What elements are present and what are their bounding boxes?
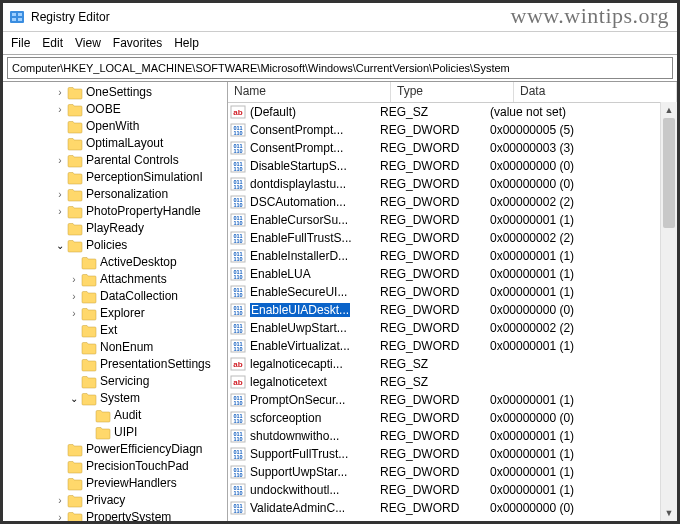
menu-help[interactable]: Help: [174, 36, 199, 50]
tree-item[interactable]: ›Personalization: [5, 186, 227, 203]
tree-toggle-icon[interactable]: ⌄: [67, 390, 81, 407]
tree-item[interactable]: NonEnum: [5, 339, 227, 356]
scrollbar-thumb[interactable]: [663, 118, 675, 228]
column-header-name[interactable]: Name: [228, 82, 391, 102]
menu-edit[interactable]: Edit: [42, 36, 63, 50]
tree-item[interactable]: ⌄Policies: [5, 237, 227, 254]
tree-item[interactable]: Audit: [5, 407, 227, 424]
value-row[interactable]: 011110EnableInstallerD...REG_DWORD0x0000…: [228, 247, 677, 265]
value-row[interactable]: 011110undockwithoutl...REG_DWORD0x000000…: [228, 481, 677, 499]
tree-item[interactable]: OptimalLayout: [5, 135, 227, 152]
value-data: 0x00000000 (0): [490, 501, 677, 515]
tree-item[interactable]: ›Attachments: [5, 271, 227, 288]
tree-toggle-icon[interactable]: ›: [53, 186, 67, 203]
value-data: 0x00000001 (1): [490, 267, 677, 281]
value-row[interactable]: 011110SupportFullTrust...REG_DWORD0x0000…: [228, 445, 677, 463]
value-row[interactable]: 011110SupportUwpStar...REG_DWORD0x000000…: [228, 463, 677, 481]
dword-value-icon: 011110: [230, 446, 246, 462]
dword-value-icon: 011110: [230, 284, 246, 300]
tree-item[interactable]: ⌄System: [5, 390, 227, 407]
value-row[interactable]: 011110dontdisplaylastu...REG_DWORD0x0000…: [228, 175, 677, 193]
tree-toggle-icon[interactable]: ›: [53, 509, 67, 521]
column-header-type[interactable]: Type: [391, 82, 514, 102]
tree-item-label: Attachments: [100, 271, 167, 288]
scroll-down-button[interactable]: ▼: [661, 505, 677, 521]
menu-file[interactable]: File: [11, 36, 30, 50]
tree-toggle-icon[interactable]: ›: [67, 271, 81, 288]
folder-icon: [81, 375, 97, 389]
column-header-data[interactable]: Data: [514, 82, 677, 102]
tree-toggle-icon[interactable]: ›: [67, 288, 81, 305]
tree-item[interactable]: ›Explorer: [5, 305, 227, 322]
tree-item[interactable]: ›OOBE: [5, 101, 227, 118]
value-row[interactable]: 011110shutdownwitho...REG_DWORD0x0000000…: [228, 427, 677, 445]
tree-item[interactable]: ›OneSettings: [5, 84, 227, 101]
value-row[interactable]: 011110PromptOnSecur...REG_DWORD0x0000000…: [228, 391, 677, 409]
folder-icon: [81, 307, 97, 321]
tree-toggle-icon[interactable]: ›: [53, 152, 67, 169]
value-name: EnableFullTrustS...: [250, 231, 352, 245]
svg-text:110: 110: [233, 490, 242, 496]
tree-toggle-icon[interactable]: ›: [53, 84, 67, 101]
value-row[interactable]: 011110EnableCursorSu...REG_DWORD0x000000…: [228, 211, 677, 229]
scrollbar-vertical[interactable]: ▲ ▼: [660, 102, 677, 521]
tree-item[interactable]: Servicing: [5, 373, 227, 390]
svg-rect-4: [18, 18, 22, 21]
menu-favorites[interactable]: Favorites: [113, 36, 162, 50]
value-row[interactable]: 011110DisableStartupS...REG_DWORD0x00000…: [228, 157, 677, 175]
tree-item[interactable]: ›Parental Controls: [5, 152, 227, 169]
tree-item-label: UIPI: [114, 424, 137, 441]
tree-item-label: OneSettings: [86, 84, 152, 101]
value-row[interactable]: 011110EnableVirtualizat...REG_DWORD0x000…: [228, 337, 677, 355]
tree-toggle-icon[interactable]: ›: [53, 101, 67, 118]
value-name: ValidateAdminC...: [250, 501, 345, 515]
menu-view[interactable]: View: [75, 36, 101, 50]
value-row[interactable]: 011110ConsentPrompt...REG_DWORD0x0000000…: [228, 139, 677, 157]
value-row[interactable]: 011110EnableUIADeskt...REG_DWORD0x000000…: [228, 301, 677, 319]
address-input[interactable]: [7, 57, 673, 79]
value-row[interactable]: 011110ConsentPrompt...REG_DWORD0x0000000…: [228, 121, 677, 139]
tree-item[interactable]: PlayReady: [5, 220, 227, 237]
tree-item[interactable]: Ext: [5, 322, 227, 339]
tree-item[interactable]: ActiveDesktop: [5, 254, 227, 271]
tree-toggle-icon[interactable]: ⌄: [53, 237, 67, 254]
value-row[interactable]: 011110ValidateAdminC...REG_DWORD0x000000…: [228, 499, 677, 517]
value-row[interactable]: 011110scforceoptionREG_DWORD0x00000000 (…: [228, 409, 677, 427]
value-row[interactable]: ablegalnoticetextREG_SZ: [228, 373, 677, 391]
tree-pane[interactable]: ›OneSettings›OOBEOpenWithOptimalLayout›P…: [3, 82, 228, 521]
scroll-up-button[interactable]: ▲: [661, 102, 677, 118]
tree-item[interactable]: PowerEfficiencyDiagn: [5, 441, 227, 458]
value-row[interactable]: ablegalnoticecapti...REG_SZ: [228, 355, 677, 373]
tree-toggle-icon[interactable]: ›: [53, 203, 67, 220]
value-row[interactable]: 011110EnableLUAREG_DWORD0x00000001 (1): [228, 265, 677, 283]
tree-item[interactable]: UIPI: [5, 424, 227, 441]
folder-icon: [67, 494, 83, 508]
value-data: 0x00000000 (0): [490, 159, 677, 173]
tree-item[interactable]: ›Privacy: [5, 492, 227, 509]
value-data: 0x00000001 (1): [490, 339, 677, 353]
svg-text:110: 110: [233, 292, 242, 298]
tree-item-label: Parental Controls: [86, 152, 179, 169]
value-row[interactable]: 011110EnableSecureUI...REG_DWORD0x000000…: [228, 283, 677, 301]
tree-item[interactable]: PresentationSettings: [5, 356, 227, 373]
value-row[interactable]: ab(Default)REG_SZ(value not set): [228, 103, 677, 121]
tree-item[interactable]: PrecisionTouchPad: [5, 458, 227, 475]
value-row[interactable]: 011110EnableUwpStart...REG_DWORD0x000000…: [228, 319, 677, 337]
dword-value-icon: 011110: [230, 194, 246, 210]
tree-item[interactable]: PerceptionSimulationI: [5, 169, 227, 186]
folder-icon: [95, 426, 111, 440]
tree-toggle-icon[interactable]: ›: [67, 305, 81, 322]
tree-toggle-icon[interactable]: ›: [53, 492, 67, 509]
value-row[interactable]: 011110EnableFullTrustS...REG_DWORD0x0000…: [228, 229, 677, 247]
value-type: REG_DWORD: [380, 411, 490, 425]
value-name: scforceoption: [250, 411, 321, 425]
svg-text:110: 110: [233, 328, 242, 334]
tree-item[interactable]: ›DataCollection: [5, 288, 227, 305]
tree-item[interactable]: ›PropertySystem: [5, 509, 227, 521]
folder-icon: [67, 239, 83, 253]
tree-item[interactable]: PreviewHandlers: [5, 475, 227, 492]
value-row[interactable]: 011110DSCAutomation...REG_DWORD0x0000000…: [228, 193, 677, 211]
tree-item[interactable]: OpenWith: [5, 118, 227, 135]
tree-item[interactable]: ›PhotoPropertyHandle: [5, 203, 227, 220]
folder-icon: [67, 103, 83, 117]
